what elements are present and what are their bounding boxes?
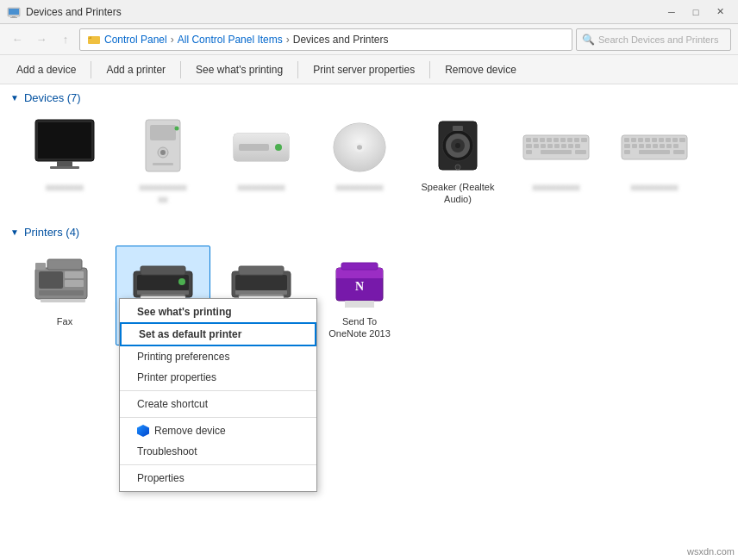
svg-rect-39 bbox=[574, 138, 579, 142]
breadcrumb-control-panel[interactable]: Control Panel bbox=[104, 34, 167, 46]
ctx-sep-1 bbox=[120, 390, 316, 391]
printers-label: Printers (4) bbox=[24, 226, 79, 239]
back-button[interactable]: ← bbox=[7, 29, 28, 50]
ctx-sep-2 bbox=[120, 417, 316, 418]
ctx-printer-props[interactable]: Printer properties bbox=[120, 367, 316, 388]
close-button[interactable]: ✕ bbox=[709, 3, 731, 21]
svg-rect-4 bbox=[88, 36, 100, 44]
ctx-remove-device[interactable]: Remove device bbox=[120, 420, 316, 441]
svg-rect-75 bbox=[39, 290, 84, 296]
printer-item-onenote[interactable]: N Send ToOneNote 2013 bbox=[312, 246, 407, 346]
svg-rect-80 bbox=[47, 259, 82, 270]
svg-point-15 bbox=[175, 127, 179, 131]
svg-rect-91 bbox=[235, 290, 287, 295]
device-grid: xxxxxxxx xxxxxxxxxxxx bbox=[10, 111, 728, 212]
svg-rect-56 bbox=[645, 138, 650, 142]
device-item-kb1[interactable]: xxxxxxxxxx bbox=[509, 111, 604, 212]
breadcrumb-icon bbox=[87, 33, 101, 47]
device-item-dvd[interactable]: xxxxxxxxxx bbox=[312, 111, 407, 212]
remove-device-button[interactable]: Remove device bbox=[435, 59, 526, 81]
ctx-create-shortcut[interactable]: Create shortcut bbox=[120, 394, 316, 414]
svg-rect-29 bbox=[453, 126, 463, 131]
svg-rect-69 bbox=[673, 144, 679, 148]
svg-rect-55 bbox=[638, 138, 643, 142]
tower-icon bbox=[128, 117, 197, 177]
ctx-see-printing-label: See what's printing bbox=[137, 306, 232, 318]
svg-rect-98 bbox=[341, 263, 378, 270]
svg-rect-79 bbox=[35, 263, 46, 270]
printers-section-header[interactable]: ▼ Printers (4) bbox=[10, 226, 728, 239]
printer-item-fax[interactable]: Fax bbox=[17, 246, 112, 346]
svg-rect-47 bbox=[568, 144, 573, 148]
ctx-create-shortcut-label: Create shortcut bbox=[137, 398, 208, 410]
kb2-label: xxxxxxxxxx bbox=[631, 181, 679, 193]
svg-rect-63 bbox=[632, 144, 637, 148]
title-bar-title: Devices and Printers bbox=[26, 6, 122, 18]
svg-rect-50 bbox=[526, 150, 532, 154]
svg-rect-61 bbox=[679, 138, 685, 142]
ctx-set-default[interactable]: Set as default printer bbox=[120, 322, 316, 346]
ctx-see-printing[interactable]: See what's printing bbox=[120, 302, 316, 322]
forward-button[interactable]: → bbox=[31, 29, 52, 50]
svg-rect-58 bbox=[659, 138, 664, 142]
ctx-printer-props-label: Printer properties bbox=[137, 371, 216, 383]
dvd-label: xxxxxxxxxx bbox=[336, 181, 384, 193]
svg-rect-83 bbox=[141, 266, 185, 275]
svg-point-87 bbox=[178, 278, 185, 285]
svg-rect-42 bbox=[534, 144, 539, 148]
search-placeholder: Search Devices and Printers bbox=[598, 34, 718, 45]
svg-point-23 bbox=[357, 145, 362, 150]
devices-section-header[interactable]: ▼ Devices (7) bbox=[10, 91, 728, 104]
ctx-properties[interactable]: Properties bbox=[120, 468, 316, 488]
svg-rect-46 bbox=[561, 144, 566, 148]
svg-rect-96 bbox=[336, 275, 383, 278]
svg-rect-43 bbox=[541, 144, 546, 148]
onenote-label: Send ToOneNote 2013 bbox=[328, 315, 391, 340]
svg-rect-62 bbox=[624, 144, 630, 148]
ctx-troubleshoot[interactable]: Troubleshoot bbox=[120, 441, 316, 462]
svg-point-13 bbox=[160, 150, 166, 155]
device-item-monitor[interactable]: xxxxxxxx bbox=[17, 111, 112, 212]
svg-rect-51 bbox=[575, 150, 586, 154]
svg-rect-71 bbox=[624, 150, 630, 154]
device-item-speaker[interactable]: Speaker (RealtekAudio) bbox=[410, 111, 505, 212]
svg-rect-67 bbox=[660, 144, 665, 148]
up-button[interactable]: ↑ bbox=[55, 29, 76, 50]
svg-rect-66 bbox=[653, 144, 658, 148]
svg-rect-74 bbox=[39, 271, 63, 289]
svg-rect-100 bbox=[345, 301, 374, 308]
svg-rect-64 bbox=[639, 144, 644, 148]
svg-point-18 bbox=[275, 144, 282, 151]
extdrive-icon bbox=[227, 117, 296, 177]
minimize-button[interactable]: ─ bbox=[660, 3, 683, 21]
print-server-button[interactable]: Print server properties bbox=[303, 59, 424, 81]
keyboard2-icon bbox=[620, 117, 689, 177]
svg-rect-59 bbox=[666, 138, 671, 142]
toolbar: Add a device Add a printer See what's pr… bbox=[0, 55, 738, 84]
add-printer-button[interactable]: Add a printer bbox=[97, 59, 175, 81]
svg-rect-41 bbox=[526, 144, 532, 148]
svg-rect-68 bbox=[666, 144, 672, 148]
svg-rect-60 bbox=[672, 138, 678, 142]
svg-rect-9 bbox=[50, 166, 79, 169]
svg-rect-32 bbox=[526, 138, 531, 142]
svg-rect-76 bbox=[65, 271, 84, 278]
breadcrumb-all-items[interactable]: All Control Panel Items bbox=[178, 34, 283, 46]
device-item-tower[interactable]: xxxxxxxxxxxx bbox=[116, 111, 210, 212]
title-bar-controls: ─ □ ✕ bbox=[660, 3, 731, 21]
maximize-button[interactable]: □ bbox=[685, 3, 707, 21]
svg-rect-36 bbox=[554, 138, 559, 142]
svg-rect-7 bbox=[38, 122, 91, 159]
see-printing-button[interactable]: See what's printing bbox=[186, 59, 292, 81]
tower-label: xxxxxxxxxxxx bbox=[140, 181, 187, 206]
context-menu: See what's printing Set as default print… bbox=[119, 298, 317, 492]
add-device-button[interactable]: Add a device bbox=[7, 59, 85, 81]
ctx-printing-prefs[interactable]: Printing preferences bbox=[120, 346, 316, 367]
monitor-icon bbox=[30, 117, 99, 177]
extdrive-label: xxxxxxxxxx bbox=[238, 181, 285, 193]
device-item-extdrive[interactable]: xxxxxxxxxx bbox=[214, 111, 309, 212]
devices-label: Devices (7) bbox=[24, 91, 81, 104]
search-box[interactable]: 🔍 Search Devices and Printers bbox=[576, 28, 731, 51]
svg-text:N: N bbox=[355, 280, 364, 293]
device-item-kb2[interactable]: xxxxxxxxxx bbox=[607, 111, 702, 212]
